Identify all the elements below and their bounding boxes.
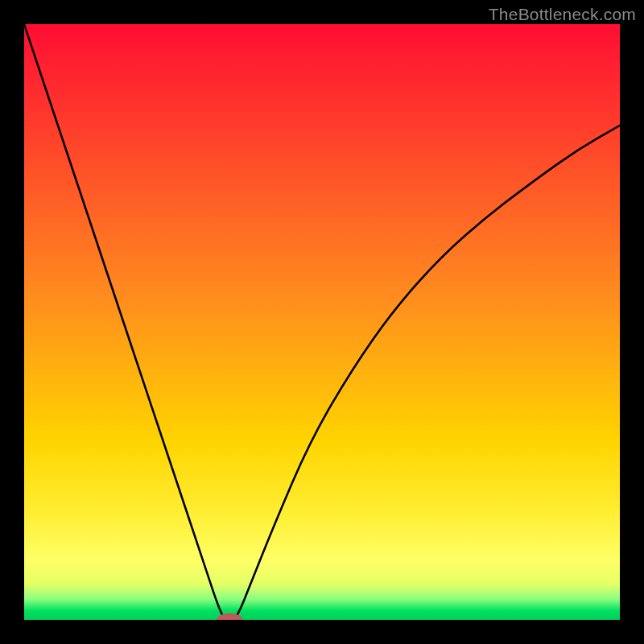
chart-frame: TheBottleneck.com bbox=[0, 0, 644, 644]
watermark-text: TheBottleneck.com bbox=[489, 5, 636, 24]
chart-svg bbox=[24, 24, 620, 620]
gradient-background bbox=[24, 24, 620, 620]
plot-area bbox=[24, 24, 620, 620]
